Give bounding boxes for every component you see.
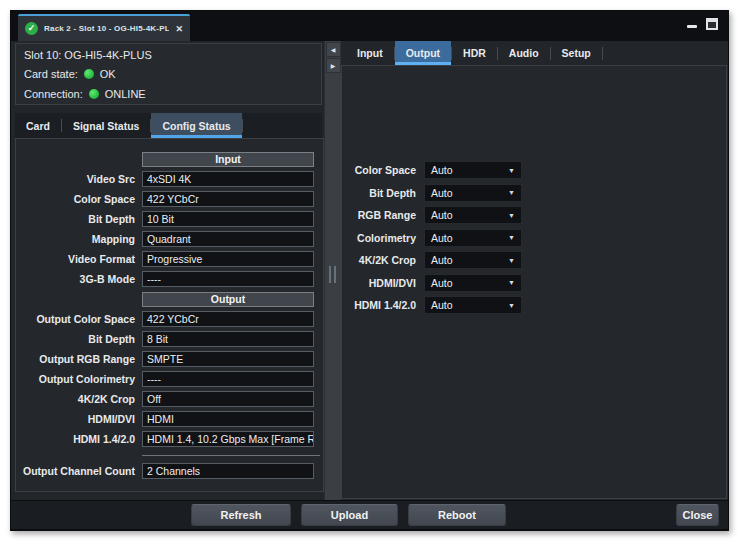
dropdown-value: Auto bbox=[431, 187, 453, 199]
upload-button[interactable]: Upload bbox=[301, 504, 398, 526]
config-row-bit-depth: Bit Depth 10 Bit bbox=[16, 209, 323, 229]
tab-card[interactable]: Card bbox=[15, 113, 61, 138]
row-label: Bit Depth bbox=[16, 213, 142, 225]
config-status-panel: Input Video Src 4xSDI 4K Color Space 422… bbox=[15, 138, 324, 492]
chevron-down-icon: ▼ bbox=[508, 167, 515, 174]
row-value: ---- bbox=[142, 371, 314, 387]
dropdown-value: Auto bbox=[431, 299, 453, 311]
config-row-color-space: Color Space 422 YCbCr bbox=[16, 189, 323, 209]
output-section-header: Output bbox=[142, 292, 314, 307]
tab-output[interactable]: Output bbox=[395, 41, 451, 65]
footer-bar: Refresh Upload Reboot Close bbox=[11, 500, 728, 529]
connection-online-dot-icon bbox=[89, 89, 99, 99]
row-label: Mapping bbox=[16, 233, 142, 245]
row-label: 4K/2K Crop bbox=[16, 393, 142, 405]
row-value: HDMI 1.4, 10.2 Gbps Max [Frame Rate] bbox=[142, 431, 314, 447]
tab-input[interactable]: Input bbox=[346, 41, 394, 65]
setting-label: RGB Range bbox=[342, 209, 424, 221]
panel-splitter[interactable]: ◀ ▶ bbox=[324, 41, 341, 513]
tab-scroll-left-button[interactable]: ◀ bbox=[326, 42, 341, 57]
minimize-button[interactable] bbox=[687, 20, 697, 28]
left-arrow-icon: ◀ bbox=[331, 46, 336, 53]
titlebar: ✓ Rack 2 - Slot 10 - OG-HI5-4K-PLUS ✕ bbox=[11, 11, 728, 41]
tab-hdr[interactable]: HDR bbox=[452, 41, 497, 65]
connection-value: ONLINE bbox=[105, 88, 146, 100]
minimize-icon bbox=[687, 25, 697, 28]
config-row-output-colorimetry: Output Colorimetry ---- bbox=[16, 369, 323, 389]
slot-title-row: Slot 10: OG-HI5-4K-PLUS bbox=[24, 45, 321, 65]
tab-divider bbox=[602, 47, 603, 60]
card-state-ok-dot-icon bbox=[84, 69, 94, 79]
hdmi-dvi-dropdown[interactable]: Auto ▼ bbox=[424, 274, 522, 292]
output-settings-panel: Color Space Auto ▼ Bit Depth Auto ▼ RGB … bbox=[341, 65, 727, 499]
setting-label: HDMI/DVI bbox=[342, 277, 424, 289]
row-label: Bit Depth bbox=[16, 333, 142, 345]
output-section-header-row: Output bbox=[16, 289, 323, 309]
maximize-button[interactable] bbox=[706, 18, 718, 30]
tab-signal-status[interactable]: Signal Status bbox=[62, 113, 151, 138]
card-status-panel: Slot 10: OG-HI5-4K-PLUS Card state: OK C… bbox=[15, 43, 322, 105]
tab-audio[interactable]: Audio bbox=[498, 41, 550, 65]
row-value: 10 Bit bbox=[142, 211, 314, 227]
row-label: Color Space bbox=[16, 193, 142, 205]
config-row-output-channel-count: Output Channel Count 2 Channels bbox=[16, 461, 323, 481]
config-row-output-bit-depth: Bit Depth 8 Bit bbox=[16, 329, 323, 349]
refresh-button[interactable]: Refresh bbox=[191, 504, 291, 526]
config-row-hdmi-dvi: HDMI/DVI HDMI bbox=[16, 409, 323, 429]
config-row-video-src: Video Src 4xSDI 4K bbox=[16, 169, 323, 189]
bit-depth-dropdown[interactable]: Auto ▼ bbox=[424, 184, 522, 202]
config-row-3gb-mode: 3G-B Mode ---- bbox=[16, 269, 323, 289]
row-value: 422 YCbCr bbox=[142, 311, 314, 327]
close-button[interactable]: Close bbox=[676, 504, 719, 526]
row-label: Output Colorimetry bbox=[16, 373, 142, 385]
reboot-button[interactable]: Reboot bbox=[408, 504, 506, 526]
setting-label: HDMI 1.4/2.0 bbox=[342, 299, 424, 311]
config-row-4k2k-crop: 4K/2K Crop Off bbox=[16, 389, 323, 409]
setting-label: Bit Depth bbox=[342, 187, 424, 199]
row-value: Off bbox=[142, 391, 314, 407]
tab-scroll-right-button[interactable]: ▶ bbox=[326, 58, 341, 73]
color-space-dropdown[interactable]: Auto ▼ bbox=[424, 161, 522, 179]
setting-row-rgb-range: RGB Range Auto ▼ bbox=[342, 204, 726, 227]
setting-label: Colorimetry bbox=[342, 232, 424, 244]
dropdown-value: Auto bbox=[431, 209, 453, 221]
tab-config-status[interactable]: Config Status bbox=[151, 113, 241, 138]
tab-close-icon[interactable]: ✕ bbox=[175, 24, 183, 34]
chevron-down-icon: ▼ bbox=[508, 212, 515, 219]
setting-row-4k2k-crop: 4K/2K Crop Auto ▼ bbox=[342, 249, 726, 272]
dropdown-value: Auto bbox=[431, 232, 453, 244]
window-tab[interactable]: ✓ Rack 2 - Slot 10 - OG-HI5-4K-PLUS ✕ bbox=[18, 14, 190, 41]
setting-row-hdmi-14-20: HDMI 1.4/2.0 Auto ▼ bbox=[342, 294, 726, 317]
config-row-output-rgb-range: Output RGB Range SMPTE bbox=[16, 349, 323, 369]
card-state-label: Card state: bbox=[24, 68, 78, 80]
config-row-hdmi-14-20: HDMI 1.4/2.0 HDMI 1.4, 10.2 Gbps Max [Fr… bbox=[16, 429, 323, 449]
rgb-range-dropdown[interactable]: Auto ▼ bbox=[424, 206, 522, 224]
row-value: Quadrant bbox=[142, 231, 314, 247]
dropdown-value: Auto bbox=[431, 277, 453, 289]
row-value: 2 Channels bbox=[142, 463, 314, 479]
row-value: 4xSDI 4K bbox=[142, 171, 314, 187]
row-value: ---- bbox=[142, 271, 314, 287]
crop-dropdown[interactable]: Auto ▼ bbox=[424, 251, 522, 269]
setting-row-colorimetry: Colorimetry Auto ▼ bbox=[342, 227, 726, 250]
row-value: 8 Bit bbox=[142, 331, 314, 347]
row-label: HDMI/DVI bbox=[16, 413, 142, 425]
colorimetry-dropdown[interactable]: Auto ▼ bbox=[424, 229, 522, 247]
right-tab-bar: Input Output HDR Audio Setup bbox=[341, 41, 727, 65]
setting-row-bit-depth: Bit Depth Auto ▼ bbox=[342, 182, 726, 205]
row-label: Output RGB Range bbox=[16, 353, 142, 365]
setting-label: 4K/2K Crop bbox=[342, 254, 424, 266]
chevron-down-icon: ▼ bbox=[508, 279, 515, 286]
connected-check-icon: ✓ bbox=[25, 22, 38, 35]
hdmi-14-20-dropdown[interactable]: Auto ▼ bbox=[424, 296, 522, 314]
card-state-row: Card state: OK bbox=[24, 65, 321, 85]
app-window: ✓ Rack 2 - Slot 10 - OG-HI5-4K-PLUS ✕ Sl… bbox=[10, 10, 729, 531]
row-value: 422 YCbCr bbox=[142, 191, 314, 207]
setting-label: Color Space bbox=[342, 164, 424, 176]
row-value: SMPTE bbox=[142, 351, 314, 367]
separator-row bbox=[16, 449, 323, 461]
tab-setup[interactable]: Setup bbox=[551, 41, 602, 65]
dropdown-value: Auto bbox=[431, 164, 453, 176]
row-label: 3G-B Mode bbox=[16, 273, 142, 285]
input-section-header: Input bbox=[142, 152, 314, 167]
